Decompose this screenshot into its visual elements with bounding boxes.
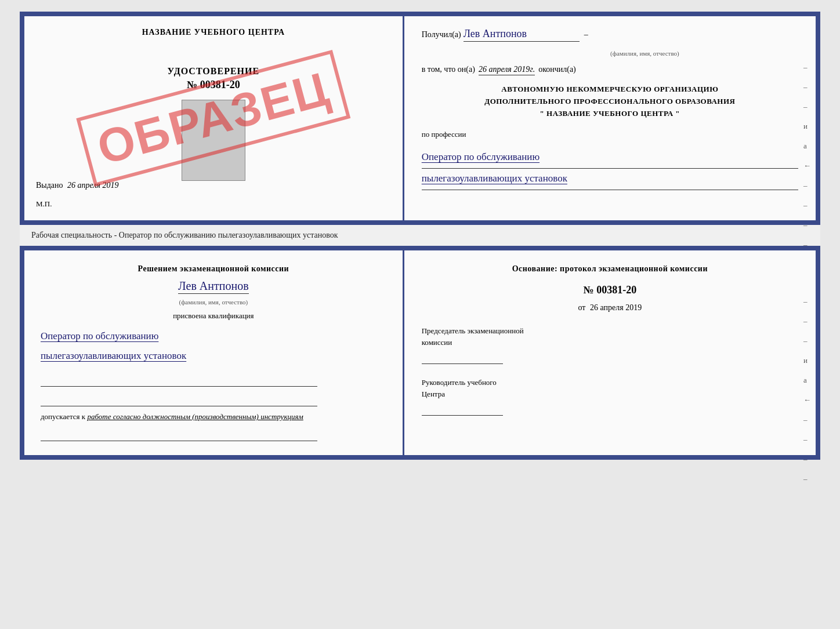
- dash-1: –: [584, 30, 588, 39]
- qualification-line1: Оператор по обслуживанию: [41, 326, 386, 346]
- side-dashes-top: – – – и а ← – – – –: [803, 63, 811, 249]
- person-name-bottom: Лев Антпонов: [178, 279, 248, 294]
- document-container: НАЗВАНИЕ УЧЕБНОГО ЦЕНТРА ОБРАЗЕЦ УДОСТОВ…: [20, 12, 820, 460]
- profession-line2: пылегазоулавливающих установок: [422, 169, 798, 190]
- qualification-block: Оператор по обслуживанию пылегазоулавлив…: [41, 326, 386, 366]
- dopuskaetsya-text: допускается к работе согласно должностны…: [41, 412, 386, 421]
- cert-left-panel: НАЗВАНИЕ УЧЕБНОГО ЦЕНТРА ОБРАЗЕЦ УДОСТОВ…: [24, 16, 404, 220]
- org-block: АВТОНОМНУЮ НЕКОММЕРЧЕСКУЮ ОРГАНИЗАЦИЮ ДО…: [422, 83, 798, 119]
- cert-bottom-right: Основание: протокол экзаменационной коми…: [404, 250, 816, 455]
- fio-label-top: (фамилия, имя, отчество): [422, 50, 798, 57]
- vtom-line: в том, что он(а) 26 апреля 2019г. окончи…: [422, 65, 798, 75]
- rukovoditel-line2: Центра: [422, 388, 798, 400]
- vtom-label: в том, что он(а): [422, 65, 475, 74]
- po-professii: по профессии: [422, 130, 798, 139]
- udostoverenie-box: УДОСТОВЕРЕНИЕ № 00381-20: [168, 66, 260, 181]
- vtom-date: 26 апреля 2019г.: [479, 65, 535, 75]
- photo-placeholder: [182, 100, 245, 181]
- predsedatel-line2: комиссии: [422, 337, 798, 348]
- fio-label-bottom: (фамилия, имя, отчество): [41, 299, 386, 306]
- dopusk-text: работе согласно должностным (производств…: [87, 412, 303, 421]
- certificate-bottom: Решением экзаменационной комиссии Лев Ан…: [20, 246, 820, 460]
- blank-line-2: [41, 395, 317, 406]
- udost-label: УДОСТОВЕРЕНИЕ: [168, 66, 260, 77]
- profession-line1: Оператор по обслуживанию: [422, 147, 798, 169]
- poluchil-name: Лев Антпонов: [464, 28, 580, 42]
- profession-block: Оператор по обслуживанию пылегазоулавлив…: [422, 147, 798, 190]
- osnovaniye-text: Основание: протокол экзаменационной коми…: [422, 264, 798, 274]
- vydano-label: Выдано: [36, 181, 63, 190]
- cert-bottom-left: Решением экзаменационной комиссии Лев Ан…: [24, 250, 404, 455]
- dopuskaetsya-label: допускается к: [41, 412, 85, 421]
- cert-right-panel: Получил(а) Лев Антпонов – (фамилия, имя,…: [404, 16, 816, 220]
- resheniem-text: Решением экзаменационной комиссии: [41, 264, 386, 274]
- vydano-date: 26 апреля 2019: [67, 181, 118, 190]
- fio-label-bottom-text: (фамилия, имя, отчество): [41, 299, 386, 306]
- person-name-bottom-wrap: Лев Антпонов: [41, 279, 386, 293]
- certificate-top: НАЗВАНИЕ УЧЕБНОГО ЦЕНТРА ОБРАЗЕЦ УДОСТОВ…: [20, 12, 820, 225]
- mp-line: М.П.: [36, 199, 52, 209]
- rukovoditel-text: Руководитель учебного Центра: [422, 377, 798, 416]
- okonchil-label: окончил(а): [538, 65, 576, 74]
- fio-label-text: (фамилия, имя, отчество): [491, 50, 798, 57]
- po-professii-label: по профессии: [422, 130, 466, 139]
- separator-text: Рабочая специальность - Оператор по обсл…: [20, 225, 820, 246]
- vydano-line: Выдано 26 апреля 2019: [36, 181, 119, 196]
- predsedatel-sig-line: [422, 351, 503, 364]
- org-line1: АВТОНОМНУЮ НЕКОММЕРЧЕСКУЮ ОРГАНИЗАЦИЮ: [422, 83, 798, 96]
- ot-label: от: [578, 303, 586, 312]
- udost-number: № 00381-20: [168, 79, 260, 91]
- prisvoena-text: присвоена квалификация: [41, 311, 386, 321]
- side-dashes-bottom: – – – и а ← – – – –: [803, 297, 811, 483]
- cert-top-title: НАЗВАНИЕ УЧЕБНОГО ЦЕНТРА: [142, 28, 285, 37]
- predsedatel-text: Председатель экзаменационной комиссии: [422, 325, 798, 364]
- org-line2: ДОПОЛНИТЕЛЬНОГО ПРОФЕССИОНАЛЬНОГО ОБРАЗО…: [422, 96, 798, 108]
- poluchil-line: Получил(а) Лев Антпонов –: [422, 28, 798, 42]
- ot-date-line: от 26 апреля 2019: [422, 303, 798, 312]
- blank-line-3: [41, 430, 317, 441]
- rukovoditel-sig-line: [422, 403, 503, 416]
- predsedatel-line1: Председатель экзаменационной: [422, 325, 798, 337]
- protocol-number: № 00381-20: [422, 284, 798, 296]
- poluchil-label: Получил(а): [422, 30, 461, 39]
- rukovoditel-line1: Руководитель учебного: [422, 377, 798, 388]
- ot-date-value: 26 апреля 2019: [590, 303, 642, 312]
- qualification-line2: пылегазоулавливающих установок: [41, 346, 386, 366]
- org-line3: " НАЗВАНИЕ УЧЕБНОГО ЦЕНТРА ": [422, 108, 798, 120]
- blank-line-1: [41, 375, 317, 387]
